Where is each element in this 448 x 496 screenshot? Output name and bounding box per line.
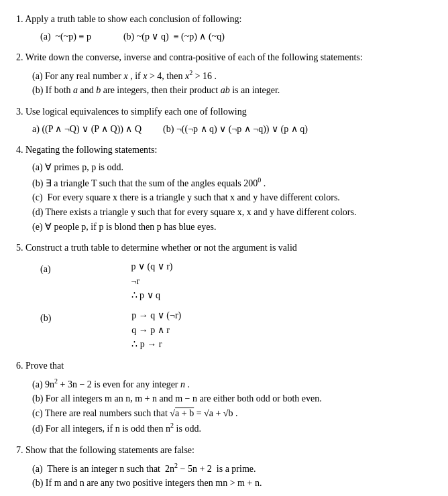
section-4: 4. Negating the following statements: (a… bbox=[16, 143, 432, 234]
section-6: 6. Prove that (a) 9n2 + 3n − 2 is even f… bbox=[16, 359, 432, 436]
section-3-title: 3. Use logical equivalences to simplify … bbox=[16, 105, 432, 119]
section-6-title: 6. Prove that bbox=[16, 359, 432, 373]
section-6-b: (b) For all integers m an n, m + n and m… bbox=[32, 391, 432, 406]
section-1-formulas: (a) ~(~p) ≡ p (b) ~(p ∨ q) ≡ (~p) ∧ (~q) bbox=[40, 29, 432, 44]
section-5-a-block: (a) p ∨ (q ∨ r) ¬r ∴ p ∨ q bbox=[16, 259, 432, 303]
section-5: 5. Construct a truth table to determine … bbox=[16, 241, 432, 352]
section-2: 2. Write down the converse, inverse and … bbox=[16, 50, 432, 98]
section-5-b-label: (b) bbox=[40, 308, 51, 326]
section-6-d: (d) For all integers, if n is odd then n… bbox=[32, 420, 432, 436]
section-2-b: (b) If both a and b are integers, then t… bbox=[32, 83, 432, 98]
proof-line-2: ¬r bbox=[131, 274, 140, 289]
formula-3a: a) ((P ∧ ¬Q) ∨ (P ∧ Q)) ∧ Q bbox=[32, 122, 142, 137]
section-5-a-proof: p ∨ (q ∨ r) ¬r ∴ p ∨ q bbox=[131, 259, 173, 303]
section-1-title: 1. Apply a truth table to show each conc… bbox=[16, 12, 432, 27]
section-4-title: 4. Negating the following statements: bbox=[16, 143, 432, 158]
section-1: 1. Apply a truth table to show each conc… bbox=[16, 12, 432, 44]
proof-line-3: ∴ p ∨ q bbox=[131, 288, 161, 303]
section-4-d: (d) There exists a triangle y such that … bbox=[32, 205, 432, 220]
section-3: 3. Use logical equivalences to simplify … bbox=[16, 105, 432, 136]
section-7: 7. Show that the following statements ar… bbox=[16, 443, 432, 491]
formula-1b: (b) ~(p ∨ q) ≡ (~p) ∧ (~q) bbox=[123, 29, 225, 44]
section-5-b-proof: p → q ∨ (¬r) q → p ∧ r ∴ p → r bbox=[131, 308, 181, 352]
formula-1a: (a) ~(~p) ≡ p bbox=[40, 29, 91, 44]
section-7-b: (b) If m and n are any two positive inte… bbox=[32, 476, 432, 491]
section-7-title: 7. Show that the following statements ar… bbox=[16, 443, 432, 458]
proof-line-1: p ∨ (q ∨ r) bbox=[131, 259, 173, 274]
section-7-a: (a) There is an integer n such that 2n2 … bbox=[32, 460, 432, 476]
section-5-title: 5. Construct a truth table to determine … bbox=[16, 241, 432, 255]
section-4-a: (a) ∀ primes p, p is odd. bbox=[32, 160, 432, 175]
proof-line-b1: p → q ∨ (¬r) bbox=[131, 308, 181, 323]
section-5-b-block: (b) p → q ∨ (¬r) q → p ∧ r ∴ p → r bbox=[16, 308, 432, 352]
section-3-formulas: a) ((P ∧ ¬Q) ∨ (P ∧ Q)) ∧ Q (b) ¬((¬p ∧ … bbox=[32, 122, 432, 137]
section-2-title: 2. Write down the converse, inverse and … bbox=[16, 50, 432, 65]
proof-line-b3: ∴ p → r bbox=[131, 337, 162, 352]
section-4-e: (e) ∀ people p, if p is blond then p has… bbox=[32, 220, 432, 235]
section-5-a-label: (a) bbox=[40, 259, 51, 277]
formula-3b: (b) ¬((¬p ∧ q) ∨ (¬p ∧ ¬q)) ∨ (p ∧ q) bbox=[163, 122, 308, 137]
section-4-c: (c) For every square x there is a triang… bbox=[32, 190, 432, 205]
proof-line-b2: q → p ∧ r bbox=[131, 323, 170, 338]
section-4-b: (b) ∃ a triangle T such that the sum of … bbox=[32, 175, 432, 190]
section-6-a: (a) 9n2 + 3n − 2 is even for any integer… bbox=[32, 376, 432, 391]
section-2-a: (a) For any real number x , if x > 4, th… bbox=[32, 68, 432, 83]
section-6-c: (c) There are real numbers such that √a … bbox=[32, 406, 432, 421]
